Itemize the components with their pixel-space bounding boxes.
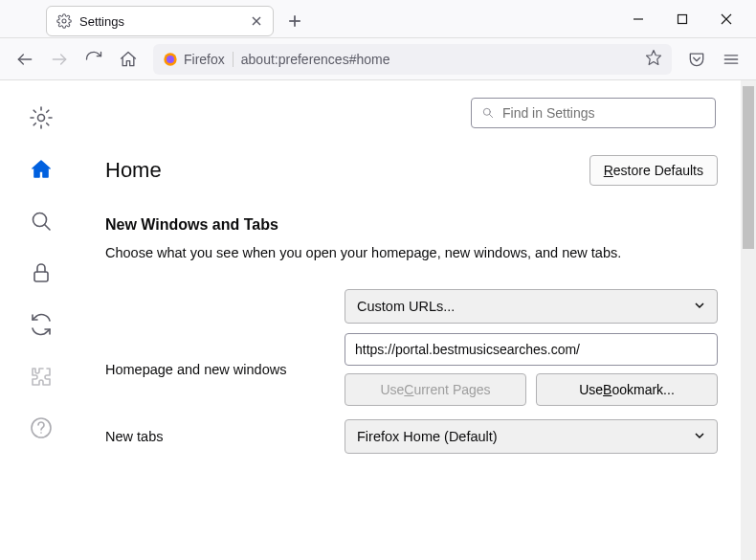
- app-menu-button[interactable]: [716, 44, 746, 75]
- home-icon: [30, 158, 53, 181]
- new-tab-button[interactable]: [281, 8, 308, 34]
- content-area: Find in Settings Home Restore Defaults N…: [0, 80, 756, 560]
- section-description: Choose what you see when you open your h…: [105, 245, 718, 260]
- window-minimize-button[interactable]: [616, 4, 660, 34]
- sync-icon: [30, 313, 53, 336]
- newtabs-label: New tabs: [105, 429, 325, 444]
- sidebar-item-extensions[interactable]: [27, 362, 56, 391]
- sidebar-item-home[interactable]: [27, 155, 56, 184]
- home-button[interactable]: [113, 44, 144, 75]
- tab-close-button[interactable]: [248, 12, 265, 30]
- gear-icon: [56, 13, 72, 29]
- url-bar[interactable]: Firefox about:preferences#home: [153, 44, 672, 75]
- use-current-pages-button[interactable]: Use Current Pages: [345, 373, 526, 406]
- settings-search-input[interactable]: Find in Settings: [471, 98, 716, 128]
- lock-icon: [30, 261, 53, 284]
- svg-rect-1: [678, 14, 687, 23]
- svg-marker-13: [647, 50, 661, 64]
- newtabs-select-value: Firefox Home (Default): [357, 429, 498, 444]
- svg-rect-20: [34, 272, 48, 281]
- settings-main: Find in Settings Home Restore Defaults N…: [96, 80, 756, 560]
- window-maximize-button[interactable]: [660, 4, 704, 34]
- window-close-button[interactable]: [704, 4, 748, 34]
- settings-sidebar: [0, 80, 96, 560]
- help-icon: [30, 416, 53, 439]
- chevron-down-icon: [694, 429, 705, 444]
- restore-defaults-button[interactable]: Restore Defaults: [589, 155, 718, 186]
- search-icon: [30, 210, 53, 233]
- sidebar-item-privacy[interactable]: [27, 258, 56, 287]
- page-title: Home: [105, 158, 162, 183]
- identity-box: Firefox: [163, 52, 233, 67]
- svg-line-24: [489, 114, 492, 117]
- toolbar: Firefox about:preferences#home: [0, 38, 756, 80]
- search-icon: [481, 106, 495, 120]
- svg-line-19: [45, 225, 51, 231]
- homepage-select-value: Custom URLs...: [357, 299, 455, 314]
- reload-button[interactable]: [78, 44, 109, 75]
- section-title: New Windows and Tabs: [105, 216, 718, 234]
- use-bookmark-button[interactable]: Use Bookmark...: [536, 373, 718, 406]
- forward-button[interactable]: [44, 44, 75, 75]
- tab-bar: Settings: [46, 6, 308, 36]
- firefox-icon: [163, 52, 178, 67]
- homepage-select[interactable]: Custom URLs...: [345, 289, 718, 324]
- back-button[interactable]: [10, 44, 40, 75]
- vertical-scrollbar[interactable]: [741, 80, 756, 560]
- urlbar-app-name: Firefox: [184, 52, 233, 67]
- homepage-url-input[interactable]: [345, 333, 718, 366]
- gear-icon: [30, 106, 53, 129]
- sidebar-item-general[interactable]: [27, 103, 56, 132]
- scrollbar-thumb[interactable]: [743, 86, 754, 249]
- sidebar-item-search[interactable]: [27, 207, 56, 235]
- svg-point-12: [167, 56, 174, 63]
- svg-point-4: [62, 19, 66, 23]
- homepage-label: Homepage and new windows: [105, 362, 325, 377]
- puzzle-icon: [30, 365, 53, 388]
- newtabs-select[interactable]: Firefox Home (Default): [345, 419, 718, 454]
- search-placeholder: Find in Settings: [502, 105, 595, 121]
- bookmark-star-button[interactable]: [645, 49, 662, 70]
- sidebar-item-sync[interactable]: [27, 310, 56, 339]
- svg-point-17: [38, 115, 45, 122]
- urlbar-url-text: about:preferences#home: [241, 52, 390, 67]
- sidebar-item-help[interactable]: [27, 414, 56, 442]
- pocket-button[interactable]: [681, 44, 712, 75]
- tab-label: Settings: [79, 14, 240, 29]
- chevron-down-icon: [694, 299, 705, 314]
- tab-settings[interactable]: Settings: [46, 6, 274, 36]
